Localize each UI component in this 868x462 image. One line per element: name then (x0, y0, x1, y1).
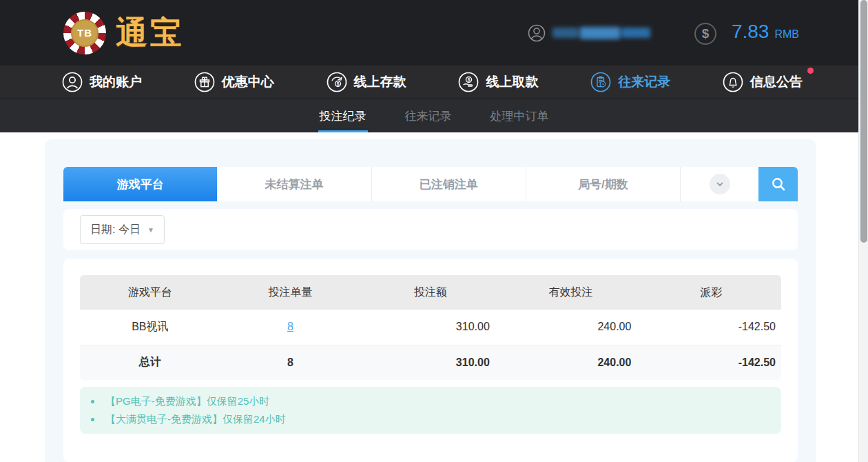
bet-count-link[interactable]: 8 (287, 321, 293, 332)
column-header-payout: 派彩 (641, 275, 781, 310)
chevron-down-icon (710, 174, 730, 194)
svg-text:$: $ (468, 77, 471, 83)
bullet-icon (91, 400, 94, 403)
results-card: 游戏平台 投注单量 投注额 有效投注 派彩 BB视讯 8 310.00 240.… (63, 259, 798, 462)
tab-cancelled-bets[interactable]: 已注销注单 (372, 167, 526, 201)
notification-dot (807, 68, 814, 74)
nav-label: 往来记录 (618, 73, 670, 91)
tab-game-platform[interactable]: 游戏平台 (63, 167, 217, 201)
cell-payout: -142.50 (641, 310, 781, 345)
cell-total-valid: 240.00 (501, 345, 641, 380)
records-icon (590, 72, 611, 92)
balance-currency: RMB (774, 28, 799, 41)
user-avatar-icon (528, 24, 546, 42)
wallet-balance[interactable]: $ 7.83 RMB (694, 21, 799, 45)
date-filter-label: 日期: 今日 (90, 223, 141, 237)
nav-label: 线上存款 (354, 73, 406, 91)
deposit-icon: $ (327, 72, 347, 92)
nav-label: 我的账户 (90, 73, 142, 91)
filter-card: 日期: 今日 ▼ (63, 209, 798, 250)
brand-logo[interactable]: TB 通宝 (63, 12, 185, 54)
top-header: TB 通宝 $ 7.83 RMB (0, 0, 868, 66)
main-content: 游戏平台 未结算注单 已注销注单 局号/期数 日期: 今日 (0, 132, 868, 462)
cell-valid-bet: 240.00 (501, 310, 641, 345)
tab-unsettled-bets[interactable]: 未结算注单 (217, 167, 371, 201)
column-header-bet-amount: 投注额 (360, 275, 501, 310)
user-icon (62, 72, 83, 92)
note-text: 【大满贯电子-免费游戏】仅保留24小时 (105, 413, 286, 426)
balance-amount: 7.83 (732, 21, 769, 43)
cell-bet-amount: 310.00 (360, 310, 501, 345)
gift-icon (194, 72, 215, 92)
bet-summary-table: 游戏平台 投注单量 投注额 有效投注 派彩 BB视讯 8 310.00 240.… (80, 275, 781, 380)
cell-total-count: 8 (220, 345, 361, 380)
column-header-bet-count: 投注单量 (220, 275, 361, 310)
caret-down-icon: ▼ (147, 226, 154, 234)
table-header-row: 游戏平台 投注单量 投注额 有效投注 派彩 (80, 275, 781, 310)
cell-platform: BB视讯 (80, 310, 220, 345)
username-redacted (552, 27, 650, 39)
svg-text:$: $ (336, 81, 339, 87)
nav-item-transaction-records[interactable]: 往来记录 (590, 72, 670, 92)
vertical-scrollbar[interactable] (858, 0, 868, 462)
search-button[interactable] (758, 167, 798, 201)
scrollbar-thumb[interactable] (860, 0, 867, 243)
retention-notes: 【PG电子-免费游戏】仅保留25小时 【大满贯电子-免费游戏】仅保留24小时 (80, 387, 781, 434)
subnav-tab-transaction-records[interactable]: 往来记录 (404, 101, 453, 132)
nav-item-promotions[interactable]: 优惠中心 (194, 72, 274, 92)
note-text: 【PG电子-免费游戏】仅保留25小时 (105, 395, 269, 408)
table-total-row: 总计 8 310.00 240.00 -142.50 (80, 345, 781, 380)
cell-total-payout: -142.50 (641, 345, 781, 380)
withdraw-icon: $ (458, 72, 479, 92)
table-row: BB视讯 8 310.00 240.00 -142.50 (80, 310, 781, 345)
note-item: 【PG电子-免费游戏】仅保留25小时 (80, 392, 781, 410)
cell-bet-count: 8 (220, 310, 361, 345)
nav-label: 线上取款 (486, 73, 538, 91)
note-item: 【大满贯电子-免费游戏】仅保留24小时 (80, 410, 781, 428)
content-panel: 游戏平台 未结算注单 已注销注单 局号/期数 日期: 今日 (45, 139, 816, 462)
column-header-platform: 游戏平台 (80, 275, 220, 310)
query-tabs: 游戏平台 未结算注单 已注销注单 局号/期数 (63, 167, 798, 201)
nav-label: 信息公告 (750, 73, 803, 91)
logo-badge: TB (71, 19, 99, 47)
poker-chip-logo-icon: TB (63, 12, 106, 54)
subnav-tab-pending-orders[interactable]: 处理中订单 (489, 101, 550, 132)
bullet-icon (91, 418, 94, 421)
dollar-coin-icon: $ (694, 23, 716, 45)
tab-round-number[interactable]: 局号/期数 (526, 167, 681, 201)
subnav-tab-bet-records[interactable]: 投注纪录 (318, 101, 368, 132)
search-icon (770, 176, 787, 192)
tab-dropdown-toggle[interactable] (681, 167, 758, 201)
column-header-valid-bet: 有效投注 (501, 275, 641, 310)
record-type-tabs: 投注纪录 往来记录 处理中订单 (0, 99, 868, 132)
main-nav: 我的账户 优惠中心 $ 线上存款 $ 线上取款 (0, 66, 868, 99)
cell-total-amount: 310.00 (360, 345, 501, 380)
bell-icon (723, 72, 743, 92)
cell-total-label: 总计 (80, 345, 220, 380)
nav-item-announcements[interactable]: 信息公告 (723, 72, 803, 92)
brand-name: 通宝 (116, 12, 185, 54)
nav-label: 优惠中心 (222, 73, 274, 91)
nav-item-my-account[interactable]: 我的账户 (62, 72, 142, 92)
nav-item-withdraw[interactable]: $ 线上取款 (458, 72, 538, 92)
date-filter-dropdown[interactable]: 日期: 今日 ▼ (80, 215, 165, 244)
nav-item-deposit[interactable]: $ 线上存款 (327, 72, 406, 92)
user-account[interactable] (528, 24, 650, 42)
